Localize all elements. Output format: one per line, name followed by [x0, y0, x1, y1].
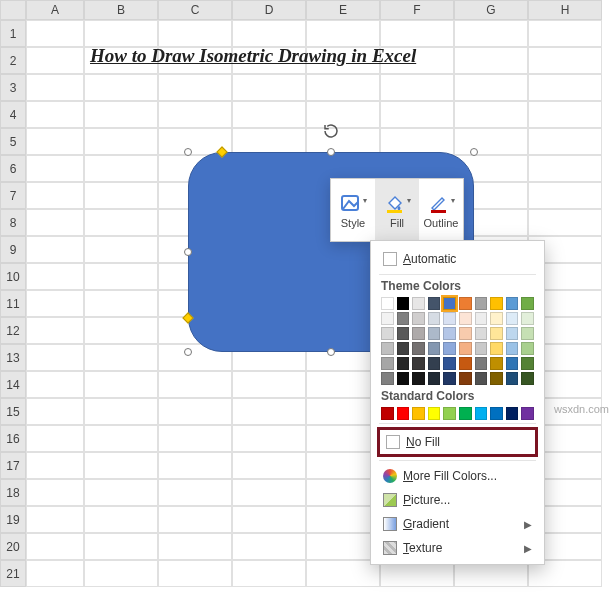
style-button[interactable]: ▾ Style — [331, 179, 375, 241]
row-header-13[interactable]: 13 — [0, 344, 26, 371]
theme-color-swatch[interactable] — [443, 297, 456, 310]
row-header-5[interactable]: 5 — [0, 128, 26, 155]
cell-A13[interactable] — [26, 344, 84, 371]
cell-A4[interactable] — [26, 101, 84, 128]
gradient-item[interactable]: Gradient ▶ — [379, 512, 536, 536]
cell-B4[interactable] — [84, 101, 158, 128]
theme-shade-swatch[interactable] — [521, 357, 534, 370]
cell-B10[interactable] — [84, 263, 158, 290]
resize-handle[interactable] — [327, 348, 335, 356]
cell-E14[interactable] — [306, 371, 380, 398]
cell-B19[interactable] — [84, 506, 158, 533]
row-header-1[interactable]: 1 — [0, 20, 26, 47]
row-header-12[interactable]: 12 — [0, 317, 26, 344]
theme-shade-swatch[interactable] — [397, 327, 410, 340]
cell-A1[interactable] — [26, 20, 84, 47]
row-header-19[interactable]: 19 — [0, 506, 26, 533]
theme-shade-swatch[interactable] — [397, 372, 410, 385]
cell-E3[interactable] — [306, 74, 380, 101]
theme-shade-swatch[interactable] — [490, 327, 503, 340]
theme-shade-swatch[interactable] — [475, 312, 488, 325]
row-header-18[interactable]: 18 — [0, 479, 26, 506]
theme-shade-swatch[interactable] — [459, 327, 472, 340]
theme-shade-swatch[interactable] — [397, 357, 410, 370]
theme-shade-swatch[interactable] — [381, 372, 394, 385]
theme-shade-swatch[interactable] — [506, 342, 519, 355]
cell-G5[interactable] — [454, 128, 528, 155]
cell-D1[interactable] — [232, 20, 306, 47]
standard-color-swatch[interactable] — [428, 407, 441, 420]
no-fill-item[interactable]: No Fill — [382, 430, 533, 454]
theme-color-swatch[interactable] — [397, 297, 410, 310]
cell-C4[interactable] — [158, 101, 232, 128]
cell-B14[interactable] — [84, 371, 158, 398]
theme-shade-swatch[interactable] — [428, 357, 441, 370]
cell-D4[interactable] — [232, 101, 306, 128]
theme-shade-swatch[interactable] — [521, 372, 534, 385]
fill-button[interactable]: ▾ Fill — [375, 179, 419, 241]
cell-D18[interactable] — [232, 479, 306, 506]
cell-C18[interactable] — [158, 479, 232, 506]
theme-shade-swatch[interactable] — [397, 312, 410, 325]
row-header-15[interactable]: 15 — [0, 398, 26, 425]
cell-B1[interactable] — [84, 20, 158, 47]
col-header-F[interactable]: F — [380, 0, 454, 20]
theme-shade-swatch[interactable] — [397, 342, 410, 355]
cell-D21[interactable] — [232, 560, 306, 587]
cell-C17[interactable] — [158, 452, 232, 479]
cell-B18[interactable] — [84, 479, 158, 506]
cell-G1[interactable] — [454, 20, 528, 47]
theme-shade-swatch[interactable] — [490, 342, 503, 355]
cell-E18[interactable] — [306, 479, 380, 506]
cell-A7[interactable] — [26, 182, 84, 209]
theme-shade-swatch[interactable] — [428, 342, 441, 355]
cell-H3[interactable] — [528, 74, 602, 101]
cell-A6[interactable] — [26, 155, 84, 182]
standard-color-swatch[interactable] — [506, 407, 519, 420]
standard-color-swatch[interactable] — [521, 407, 534, 420]
theme-shade-swatch[interactable] — [381, 342, 394, 355]
theme-shade-swatch[interactable] — [428, 372, 441, 385]
cell-E17[interactable] — [306, 452, 380, 479]
cell-E15[interactable] — [306, 398, 380, 425]
cell-H5[interactable] — [528, 128, 602, 155]
cell-F1[interactable] — [380, 20, 454, 47]
theme-shade-swatch[interactable] — [521, 312, 534, 325]
row-header-2[interactable]: 2 — [0, 47, 26, 74]
cell-E20[interactable] — [306, 533, 380, 560]
cell-H2[interactable] — [528, 47, 602, 74]
row-header-7[interactable]: 7 — [0, 182, 26, 209]
theme-shade-swatch[interactable] — [490, 372, 503, 385]
theme-shade-swatch[interactable] — [443, 312, 456, 325]
cell-G4[interactable] — [454, 101, 528, 128]
cell-A14[interactable] — [26, 371, 84, 398]
row-header-17[interactable]: 17 — [0, 452, 26, 479]
theme-color-swatch[interactable] — [521, 297, 534, 310]
resize-handle[interactable] — [470, 148, 478, 156]
row-header-3[interactable]: 3 — [0, 74, 26, 101]
cell-A17[interactable] — [26, 452, 84, 479]
theme-shade-swatch[interactable] — [459, 342, 472, 355]
col-header-D[interactable]: D — [232, 0, 306, 20]
cell-B8[interactable] — [84, 209, 158, 236]
cell-A11[interactable] — [26, 290, 84, 317]
cell-C1[interactable] — [158, 20, 232, 47]
theme-shade-swatch[interactable] — [475, 372, 488, 385]
cell-A10[interactable] — [26, 263, 84, 290]
cell-D3[interactable] — [232, 74, 306, 101]
theme-shade-swatch[interactable] — [459, 357, 472, 370]
theme-shade-swatch[interactable] — [443, 372, 456, 385]
automatic-item[interactable]: Automatic — [379, 247, 536, 271]
row-header-16[interactable]: 16 — [0, 425, 26, 452]
cell-A18[interactable] — [26, 479, 84, 506]
theme-shade-swatch[interactable] — [459, 372, 472, 385]
col-header-G[interactable]: G — [454, 0, 528, 20]
theme-shade-swatch[interactable] — [475, 342, 488, 355]
cell-C21[interactable] — [158, 560, 232, 587]
theme-shade-swatch[interactable] — [475, 357, 488, 370]
standard-color-swatch[interactable] — [459, 407, 472, 420]
cell-C19[interactable] — [158, 506, 232, 533]
row-header-20[interactable]: 20 — [0, 533, 26, 560]
cell-E21[interactable] — [306, 560, 380, 587]
theme-shade-swatch[interactable] — [412, 372, 425, 385]
